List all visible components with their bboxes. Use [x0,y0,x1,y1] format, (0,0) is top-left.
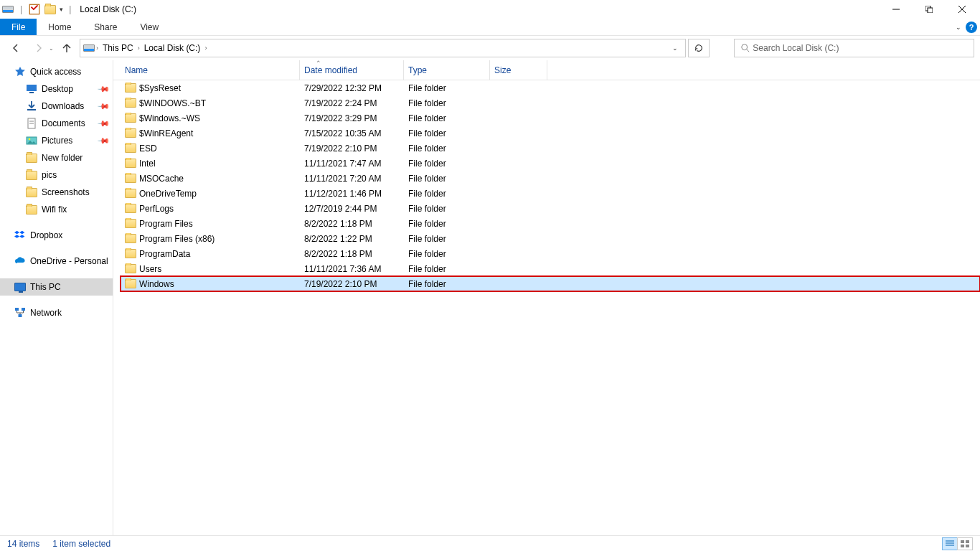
file-row[interactable]: PerfLogs12/7/2019 2:44 PMFile folder [121,201,980,216]
file-row[interactable]: ESD7/19/2022 2:10 PMFile folder [121,141,980,156]
nav-pics[interactable]: pics [0,166,113,184]
file-date: 7/29/2022 12:32 PM [300,83,404,93]
tab-share[interactable]: Share [83,19,128,35]
svg-line-7 [747,50,750,52]
nav-wifi-fix[interactable]: Wifi fix [0,201,113,218]
file-row[interactable]: OneDriveTemp11/12/2021 1:46 PMFile folde… [121,186,980,201]
nav-label: Wifi fix [42,204,67,215]
refresh-button[interactable] [688,39,710,57]
close-button[interactable] [946,0,979,19]
view-details-button[interactable] [942,537,958,550]
svg-rect-16 [15,308,19,311]
pin-icon: 📌 [96,99,110,113]
file-name: $SysReset [139,83,181,93]
ribbon-tabs: File Home Share View ⌄ ? [0,19,980,36]
chevron-right-icon[interactable]: › [96,44,98,52]
file-row[interactable]: ProgramData8/2/2022 1:18 PMFile folder [121,246,980,261]
nav-screenshots[interactable]: Screenshots [0,184,113,201]
nav-label: pics [42,170,57,180]
file-row[interactable]: $SysReset7/29/2022 12:32 PMFile folder [121,80,980,95]
folder-icon [125,173,136,184]
crumb-local-disk[interactable]: Local Disk (C:) [141,43,204,53]
view-large-icons-button[interactable] [957,537,973,550]
file-type: File folder [404,143,490,154]
forward-button[interactable] [29,39,49,57]
file-date: 11/11/2021 7:20 AM [300,174,404,184]
file-row[interactable]: Intel11/11/2021 7:47 AMFile folder [121,156,980,171]
nav-quick-access[interactable]: Quick access [0,63,113,80]
up-button[interactable] [57,39,77,57]
col-size[interactable]: Size [490,60,547,80]
tab-file[interactable]: File [0,19,37,35]
app-icon [1,3,14,16]
folder-icon [125,143,136,154]
file-date: 8/2/2022 1:22 PM [300,234,404,244]
status-count: 14 items [7,539,39,549]
svg-rect-22 [961,540,964,543]
file-type: File folder [404,264,490,274]
nav-new-folder[interactable]: New folder [0,149,113,166]
tab-home[interactable]: Home [37,19,83,35]
col-type[interactable]: Type [404,60,490,80]
dropbox-icon [14,230,26,241]
folder-icon [125,248,136,260]
documents-icon [26,118,37,129]
search-box[interactable] [734,39,974,57]
star-icon [14,66,26,77]
file-date: 7/19/2022 2:10 PM [300,143,404,154]
file-date: 8/2/2022 1:18 PM [300,249,404,259]
folder-icon [125,158,136,169]
file-row[interactable]: Users11/11/2021 7:36 AMFile folder [121,261,980,276]
file-row[interactable]: $WinREAgent7/15/2022 10:35 AMFile folder [121,126,980,141]
file-date: 11/12/2021 1:46 PM [300,189,404,199]
nav-this-pc[interactable]: This PC [0,278,113,296]
file-row[interactable]: $Windows.~WS7/19/2022 3:29 PMFile folder [121,110,980,126]
file-type: File folder [404,279,490,289]
file-row[interactable]: Program Files8/2/2022 1:18 PMFile folder [121,216,980,231]
nav-label: Pictures [42,136,72,146]
nav-network[interactable]: Network [0,304,113,321]
file-name: $WINDOWS.~BT [139,98,206,108]
network-icon [14,307,26,319]
svg-rect-23 [966,540,969,543]
file-date: 7/19/2022 3:29 PM [300,113,404,123]
file-type: File folder [404,189,490,199]
recent-locations-icon[interactable]: ⌄ [49,45,54,52]
nav-desktop[interactable]: Desktop📌 [0,80,113,98]
qat-new-folder-icon[interactable] [44,3,57,16]
search-input[interactable] [753,43,968,53]
status-bar: 14 items 1 item selected [0,535,980,551]
chevron-right-icon[interactable]: › [138,44,140,52]
back-button[interactable] [6,39,26,57]
nav-documents[interactable]: Documents📌 [0,115,113,132]
address-dropdown-icon[interactable]: ⌄ [668,44,682,52]
nav-dropbox[interactable]: Dropbox [0,227,113,244]
maximize-button[interactable] [913,0,946,19]
nav-onedrive[interactable]: OneDrive - Personal [0,253,113,270]
file-name: Intel [139,159,156,169]
minimize-button[interactable] [880,0,913,19]
svg-rect-25 [966,545,969,547]
folder-icon [125,278,136,290]
col-name[interactable]: Name [121,60,300,80]
qat-customize-icon[interactable]: ▾ [60,6,63,13]
file-date: 11/11/2021 7:36 AM [300,264,404,274]
file-row[interactable]: Program Files (x86)8/2/2022 1:22 PMFile … [121,231,980,246]
qat-properties-icon[interactable] [28,3,41,16]
nav-downloads[interactable]: Downloads📌 [0,98,113,115]
nav-label: Screenshots [42,187,90,197]
file-type: File folder [404,128,490,138]
file-row[interactable]: MSOCache11/11/2021 7:20 AMFile folder [121,171,980,186]
ribbon-collapse-icon[interactable]: ⌄ [956,24,961,31]
address-bar[interactable]: › This PC › Local Disk (C:) › ⌄ [80,39,686,57]
file-type: File folder [404,219,490,229]
file-row[interactable]: Windows7/19/2022 2:10 PMFile folder [121,276,980,291]
nav-label: Quick access [30,67,81,77]
help-icon[interactable]: ? [966,22,977,33]
tab-view[interactable]: View [128,19,170,35]
crumb-this-pc[interactable]: This PC [100,43,136,53]
chevron-right-icon[interactable]: › [204,44,207,52]
downloads-icon [26,100,37,112]
nav-pictures[interactable]: Pictures📌 [0,132,113,149]
file-row[interactable]: $WINDOWS.~BT7/19/2022 2:24 PMFile folder [121,95,980,110]
